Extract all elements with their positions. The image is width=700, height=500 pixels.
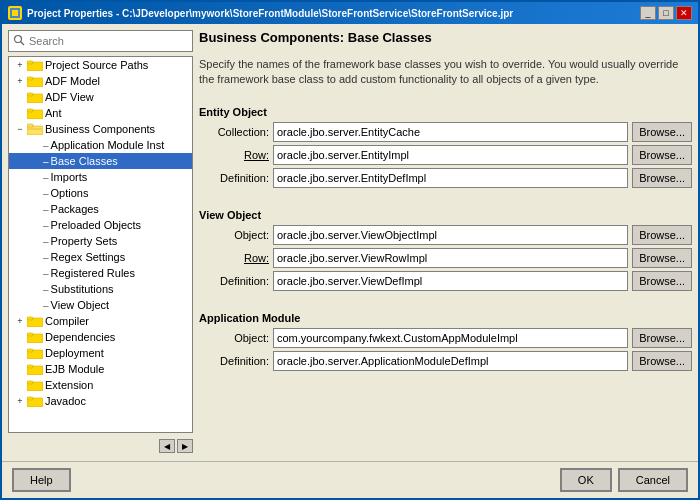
folder-icon [27,347,43,359]
sidebar-item-property-sets[interactable]: + – Property Sets [9,233,192,249]
folder-icon [27,331,43,343]
collection-input[interactable] [273,122,628,142]
app-object-label: Object: [199,332,269,344]
svg-rect-11 [27,109,33,112]
sidebar-item-extension[interactable]: + Extension [9,377,192,393]
sidebar-item-business-components[interactable]: − Business Components [9,121,192,137]
sidebar-item-app-module-inst[interactable]: + – Application Module Inst [9,137,192,153]
sidebar-item-label: Preloaded Objects [51,219,142,231]
sidebar-item-deployment[interactable]: + Deployment [9,345,192,361]
application-module-title: Application Module [199,312,692,324]
cancel-button[interactable]: Cancel [618,468,688,492]
view-definition-browse-button[interactable]: Browse... [632,271,692,291]
window-controls: _ □ ✕ [640,6,692,20]
ok-cancel-area: OK Cancel [560,468,688,492]
svg-rect-1 [12,10,18,16]
view-object-browse-button[interactable]: Browse... [632,225,692,245]
view-object-section: View Object Object: Browse... Row: Brows… [199,209,692,294]
sidebar-item-ejb-module[interactable]: + EJB Module [9,361,192,377]
sidebar-item-ant[interactable]: + Ant [9,105,192,121]
sidebar-item-label: Imports [51,171,88,183]
svg-rect-9 [27,93,33,96]
panel-title: Business Components: Base Classes [199,30,692,45]
entity-definition-label: Definition: [199,172,269,184]
view-object-row: Object: Browse... [199,225,692,245]
ok-button[interactable]: OK [560,468,612,492]
nav-arrows: ◀ ▶ [8,437,193,455]
sidebar-item-label: Business Components [45,123,155,135]
entity-object-title: Entity Object [199,106,692,118]
folder-icon [27,59,43,71]
main-content: + Project Source Paths + ADF Model [2,24,698,461]
sidebar-item-options[interactable]: + – Options [9,185,192,201]
collection-row: Collection: Browse... [199,122,692,142]
sidebar-item-label: View Object [51,299,110,311]
entity-row-browse-button[interactable]: Browse... [632,145,692,165]
view-row-browse-button[interactable]: Browse... [632,248,692,268]
view-definition-label: Definition: [199,275,269,287]
sidebar-item-substitutions[interactable]: + – Substitutions [9,281,192,297]
sidebar-item-view-object[interactable]: + – View Object [9,297,192,313]
app-definition-row: Definition: Browse... [199,351,692,371]
app-definition-label: Definition: [199,355,269,367]
leaf-icon: – [43,188,49,199]
sidebar-item-regex-settings[interactable]: + – Regex Settings [9,249,192,265]
view-row-input[interactable] [273,248,628,268]
app-definition-browse-button[interactable]: Browse... [632,351,692,371]
app-definition-input[interactable] [273,351,628,371]
maximize-button[interactable]: □ [658,6,674,20]
collection-browse-button[interactable]: Browse... [632,122,692,142]
entity-definition-input[interactable] [273,168,628,188]
svg-rect-26 [27,397,33,400]
sidebar-item-label: Property Sets [51,235,118,247]
folder-icon [27,315,43,327]
view-object-input[interactable] [273,225,628,245]
scroll-left-button[interactable]: ◀ [159,439,175,453]
scroll-right-button[interactable]: ▶ [177,439,193,453]
sidebar-item-label: Substitutions [51,283,114,295]
close-button[interactable]: ✕ [676,6,692,20]
title-bar-left: Project Properties - C:\JDeveloper\mywor… [8,6,513,20]
entity-object-section: Entity Object Collection: Browse... Row:… [199,106,692,191]
view-row-label: Row: [199,252,269,264]
sidebar-item-project-source-paths[interactable]: + Project Source Paths [9,57,192,73]
sidebar-item-dependencies[interactable]: + Dependencies [9,329,192,345]
folder-icon [27,395,43,407]
leaf-icon: – [43,284,49,295]
sidebar-item-adf-view[interactable]: + ADF View [9,89,192,105]
entity-row-label: Row: [199,149,269,161]
view-row-row: Row: Browse... [199,248,692,268]
leaf-icon: – [43,140,49,151]
sidebar-item-javadoc[interactable]: + Javadoc [9,393,192,409]
sidebar-item-preloaded-objects[interactable]: + – Preloaded Objects [9,217,192,233]
sidebar-item-label: Registered Rules [51,267,135,279]
sidebar-item-base-classes[interactable]: + – Base Classes [9,153,192,169]
sidebar-item-imports[interactable]: + – Imports [9,169,192,185]
leaf-icon: – [43,300,49,311]
entity-definition-browse-button[interactable]: Browse... [632,168,692,188]
right-panel: Business Components: Base Classes Specif… [199,30,692,455]
sidebar-item-packages[interactable]: + – Packages [9,201,192,217]
app-object-input[interactable] [273,328,628,348]
svg-rect-13 [27,124,33,127]
sidebar-item-adf-model[interactable]: + ADF Model [9,73,192,89]
entity-row-row: Row: Browse... [199,145,692,165]
sidebar-item-compiler[interactable]: + Compiler [9,313,192,329]
leaf-icon: – [43,172,49,183]
expand-icon: + [13,58,27,72]
sidebar-item-registered-rules[interactable]: + – Registered Rules [9,265,192,281]
svg-rect-20 [27,349,33,352]
view-definition-input[interactable] [273,271,628,291]
sidebar-item-label: Packages [51,203,99,215]
sidebar-item-label: Compiler [45,315,89,327]
search-icon [13,34,25,48]
main-window: Project Properties - C:\JDeveloper\mywor… [0,0,700,500]
app-object-browse-button[interactable]: Browse... [632,328,692,348]
minimize-button[interactable]: _ [640,6,656,20]
entity-row-input[interactable] [273,145,628,165]
expand-icon: + [13,314,27,328]
help-button[interactable]: Help [12,468,71,492]
svg-rect-24 [27,381,33,384]
folder-icon [27,91,43,103]
search-input[interactable] [29,35,188,47]
